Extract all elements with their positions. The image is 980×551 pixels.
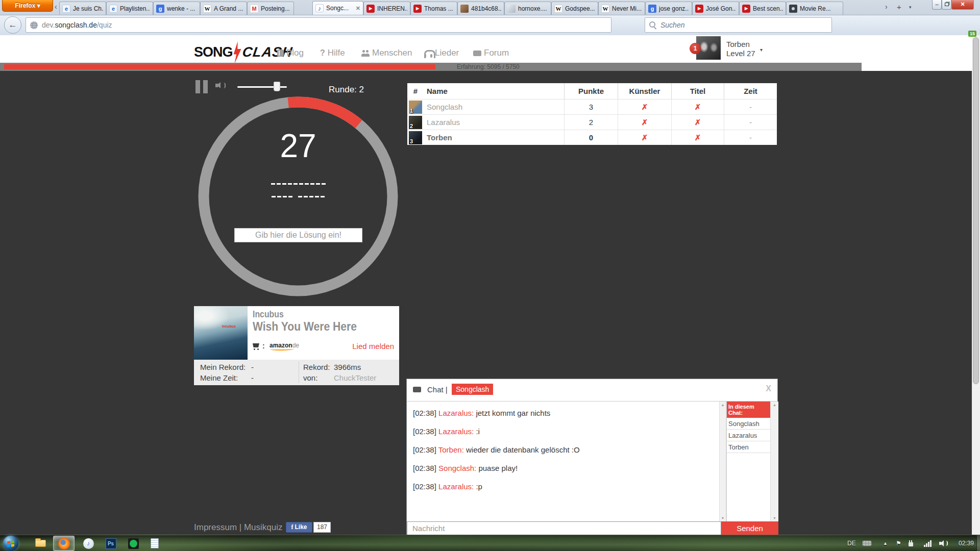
nav-label: Lieder xyxy=(435,48,459,58)
tab-close-icon[interactable]: ✕ xyxy=(356,5,360,12)
browser-tab[interactable]: ▶Thomas ... xyxy=(410,2,457,15)
image-favicon xyxy=(507,5,516,13)
tab-title: wenke - ... xyxy=(167,5,197,12)
browser-tab[interactable]: hornoxe.... xyxy=(504,2,551,15)
artist-wrong-icon: ✗ xyxy=(618,130,671,145)
chat-message: [02:38] Lazaralus: :i xyxy=(413,426,713,437)
message-user: Lazaralus: xyxy=(438,427,474,436)
answer-input[interactable] xyxy=(234,228,362,242)
volume-slider-thumb[interactable] xyxy=(274,82,280,91)
record-by-value: ChuckTester xyxy=(334,373,376,382)
search-bar[interactable] xyxy=(645,17,832,33)
chat-messages[interactable]: [02:38] Lazaralus: jetzt kommt gar nicht… xyxy=(407,402,719,521)
tab-list-caret-icon[interactable]: ▾ xyxy=(909,5,912,10)
url-bar[interactable]: dev.songclash.de/quiz xyxy=(26,17,611,33)
userlist-item[interactable]: Songclash xyxy=(727,418,770,430)
new-tab-icon[interactable]: + xyxy=(897,3,901,11)
browser-tab[interactable]: MPosteing... xyxy=(247,2,294,15)
userlist-scrollbar[interactable]: ▲ ▼ xyxy=(770,402,778,521)
keyboard-icon[interactable] xyxy=(863,535,871,551)
player-avatar: 2 xyxy=(409,116,422,129)
site-favicon: e xyxy=(109,5,117,13)
window-minimize-button[interactable]: – xyxy=(932,0,942,10)
browser-tab[interactable]: 481b4c68... xyxy=(457,2,504,15)
tab-scroll-right-icon[interactable]: › xyxy=(885,3,888,11)
chat-close-icon[interactable]: X xyxy=(766,384,771,393)
amazon-logo-text: amazon xyxy=(270,342,292,349)
network-sign al-icon[interactable] xyxy=(924,535,932,551)
nav-item-hilfe[interactable]: ?Hilfe xyxy=(320,46,345,60)
player-time: - xyxy=(724,115,777,130)
browser-tab[interactable]: WNever Mi... xyxy=(598,2,645,15)
browser-tab[interactable]: gjose gonz... xyxy=(645,2,692,15)
countdown-timer: 27 xyxy=(198,127,398,165)
taskbar-itunes-button[interactable]: ♪ xyxy=(78,536,99,551)
power-plug-icon[interactable] xyxy=(909,535,913,551)
scroll-up-icon[interactable]: ▲ xyxy=(720,403,726,407)
browser-tab[interactable]: WGodspee... xyxy=(551,2,598,15)
nav-item-menschen[interactable]: Menschen xyxy=(361,46,412,60)
browser-tab[interactable]: WA Grand ... xyxy=(200,2,247,15)
message-time: [02:38] xyxy=(413,482,436,491)
userlist-item[interactable]: Lazaralus xyxy=(727,430,770,441)
page-scrollbar[interactable] xyxy=(972,35,980,535)
footer-links[interactable]: Impressum | Musikquiz xyxy=(194,522,283,533)
taskbar-photoshop-button[interactable]: Ps xyxy=(100,536,121,551)
nav-item-forum[interactable]: Forum xyxy=(473,46,509,60)
browser-tab[interactable]: ▶Best scen... xyxy=(739,2,786,15)
scroll-down-icon[interactable]: ▼ xyxy=(771,516,778,520)
tray-volume-icon[interactable] xyxy=(939,535,946,551)
chat-message: [02:38] Torben: wieder die datenbank gel… xyxy=(413,444,713,455)
notification-badge[interactable]: 1 xyxy=(690,43,701,54)
pause-button[interactable] xyxy=(195,80,209,93)
user-caret-icon[interactable]: ▾ xyxy=(760,47,763,53)
browser-tab[interactable]: ▶José Gon... xyxy=(692,2,739,15)
song-card: incubus Incubus Wish You Were Here : ama… xyxy=(194,306,399,385)
browser-tab[interactable]: ePlaylisten... xyxy=(106,2,153,15)
tab-scroll-left-icon[interactable]: ‹ xyxy=(55,3,57,11)
window-close-button[interactable]: ✕ xyxy=(951,0,974,10)
tab-title: 481b4c68... xyxy=(471,5,501,12)
tray-language[interactable]: DE xyxy=(847,535,856,551)
taskbar-firefox-button[interactable] xyxy=(53,536,75,551)
browser-tab[interactable]: ▶INHEREN... xyxy=(363,2,410,15)
message-text: puase play! xyxy=(478,464,518,472)
cover-text: incubus xyxy=(222,324,236,328)
search-input[interactable] xyxy=(660,21,814,29)
nav-item-blog[interactable]: Blog xyxy=(277,46,304,60)
chat-title: Chat | xyxy=(427,385,448,394)
facebook-like-button[interactable]: fLike xyxy=(286,522,312,533)
tray-clock[interactable]: 02:39 xyxy=(959,535,974,551)
scrollbar-thumb[interactable] xyxy=(973,37,979,384)
chat-scrollbar[interactable]: ▲ ▼ xyxy=(719,402,726,521)
back-button[interactable]: ← xyxy=(4,16,21,34)
scroll-up-icon[interactable]: ▲ xyxy=(771,403,778,407)
chat-message-input[interactable] xyxy=(407,521,721,535)
volume-icon[interactable] xyxy=(215,82,224,89)
nav-item-lieder[interactable]: Lieder xyxy=(424,46,459,60)
browser-tab[interactable]: eJe suis Ch... xyxy=(59,2,106,15)
userlist-item[interactable]: Torben xyxy=(727,441,770,453)
rank-number: 3 xyxy=(410,138,413,144)
chat-room-badge[interactable]: Songclash xyxy=(452,384,493,395)
show-hidden-icons[interactable]: ▲ xyxy=(883,535,888,551)
globe-icon xyxy=(30,21,38,29)
browser-tab[interactable]: Movie Re... xyxy=(786,2,843,15)
report-song-link[interactable]: Lied melden xyxy=(352,342,394,350)
action-center-flag-icon[interactable]: ⚑ xyxy=(896,535,901,551)
scroll-down-icon[interactable]: ▼ xyxy=(720,516,726,520)
amazon-link[interactable]: amazonde xyxy=(270,342,299,349)
record-value: 3966ms xyxy=(334,363,361,371)
taskbar-spotify-button[interactable] xyxy=(122,536,144,551)
user-menu[interactable]: Torben Level 27 xyxy=(726,40,755,58)
start-button[interactable] xyxy=(3,536,18,551)
taskbar-notepad-button[interactable] xyxy=(144,536,165,551)
firefox-menu-button[interactable]: Firefox ▾ xyxy=(2,0,53,12)
send-button[interactable]: Senden xyxy=(721,521,778,535)
taskbar-explorer-button[interactable] xyxy=(30,536,51,551)
window-restore-button[interactable] xyxy=(942,0,951,10)
browser-tab[interactable]: gwenke - ... xyxy=(153,2,200,15)
browser-tab-active[interactable]: ♪Songc...✕ xyxy=(312,1,363,15)
show-desktop-button[interactable] xyxy=(976,535,980,551)
message-text: wieder die datenbank gelöscht :O xyxy=(466,445,580,454)
